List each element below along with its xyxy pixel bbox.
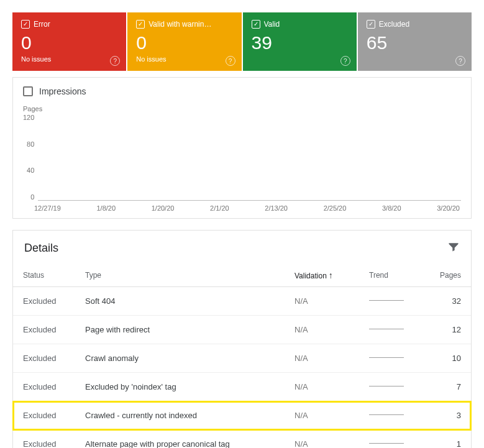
status-card-excluded[interactable]: ✓Excluded65?: [358, 12, 472, 71]
cell-status: Excluded: [13, 430, 75, 449]
cell-validation: N/A: [285, 401, 359, 430]
y-tick: 80: [27, 140, 34, 148]
filter-icon[interactable]: [447, 240, 460, 255]
cell-type: Crawled - currently not indexed: [75, 401, 285, 430]
details-panel: Details Status Type Validation↑ Trend Pa…: [12, 230, 472, 448]
card-label: Excluded: [379, 20, 409, 29]
cell-status: Excluded: [13, 373, 75, 401]
details-heading: Details: [24, 242, 58, 255]
y-axis-title: Pages: [23, 105, 461, 112]
cell-status: Excluded: [13, 287, 75, 316]
check-icon: ✓: [252, 20, 260, 29]
y-tick: 120: [23, 114, 34, 121]
x-tick: 2/25/20: [324, 204, 347, 212]
help-icon[interactable]: ?: [340, 56, 350, 66]
status-card-error[interactable]: ✓Error0No issues?: [12, 12, 126, 71]
cell-pages: 3: [427, 401, 471, 430]
table-row[interactable]: ExcludedCrawl anomalyN/A10: [13, 344, 471, 373]
x-tick: 3/8/20: [382, 204, 401, 212]
cell-trend: [359, 401, 427, 430]
cell-type: Page with redirect: [75, 316, 285, 344]
card-value: 0: [136, 32, 232, 53]
y-tick: 40: [27, 167, 34, 174]
col-trend[interactable]: Trend: [359, 264, 427, 287]
card-sub: No issues: [21, 55, 117, 63]
cell-validation: N/A: [285, 430, 359, 449]
cell-pages: 10: [427, 344, 471, 373]
sparkline-icon: [369, 353, 404, 362]
impressions-toggle[interactable]: Impressions: [23, 86, 461, 96]
cell-pages: 1: [427, 430, 471, 449]
table-row[interactable]: ExcludedPage with redirectN/A12: [13, 316, 471, 344]
cell-trend: [359, 373, 427, 401]
sparkline-icon: [369, 382, 404, 390]
card-sub: No issues: [136, 55, 232, 63]
sort-arrow-icon: ↑: [329, 270, 333, 280]
x-axis: 12/27/191/8/201/20/202/1/202/13/202/25/2…: [23, 204, 461, 212]
card-label: Error: [34, 20, 50, 29]
x-tick: 1/8/20: [96, 204, 116, 212]
cell-status: Excluded: [13, 316, 75, 344]
card-value: 0: [21, 32, 117, 53]
y-axis: 12080400: [23, 114, 38, 201]
cell-type: Soft 404: [75, 287, 285, 316]
cell-trend: [359, 316, 427, 344]
x-tick: 1/20/20: [152, 204, 175, 212]
check-icon: ✓: [367, 20, 375, 29]
check-icon: ✓: [136, 20, 145, 29]
x-tick: 12/27/19: [34, 204, 61, 212]
x-tick: 2/13/20: [265, 204, 288, 212]
cell-type: Crawl anomaly: [75, 344, 285, 373]
card-value: 39: [252, 32, 348, 53]
sparkline-icon: [369, 439, 404, 447]
cell-type: Alternate page with proper canonical tag: [75, 430, 285, 449]
cell-validation: N/A: [285, 316, 359, 344]
details-table: Status Type Validation↑ Trend Pages Excl…: [13, 264, 471, 448]
x-tick: 2/1/20: [210, 204, 229, 212]
cell-status: Excluded: [13, 344, 75, 373]
col-type[interactable]: Type: [75, 264, 285, 287]
sparkline-icon: [369, 324, 404, 333]
status-cards-row: ✓Error0No issues?✓Valid with warnin…0No …: [0, 0, 484, 71]
impressions-label: Impressions: [39, 86, 86, 96]
card-label: Valid with warnin…: [148, 20, 211, 29]
cell-pages: 12: [427, 316, 471, 344]
cell-status: Excluded: [13, 401, 75, 430]
col-pages[interactable]: Pages: [427, 264, 471, 287]
cell-trend: [359, 430, 427, 449]
cell-validation: N/A: [285, 344, 359, 373]
check-icon: ✓: [21, 20, 30, 29]
table-row[interactable]: ExcludedSoft 404N/A32: [13, 287, 471, 316]
cell-pages: 32: [427, 287, 471, 316]
sparkline-icon: [369, 296, 404, 304]
help-icon[interactable]: ?: [226, 56, 235, 66]
x-tick: 3/20/20: [437, 204, 460, 212]
table-row[interactable]: ExcludedExcluded by 'noindex' tagN/A7: [13, 373, 471, 401]
cell-trend: [359, 287, 427, 316]
cell-pages: 7: [427, 373, 471, 401]
y-tick: 0: [30, 193, 34, 201]
status-card-warn[interactable]: ✓Valid with warnin…0No issues?: [127, 12, 241, 71]
cell-validation: N/A: [285, 373, 359, 401]
checkbox-icon[interactable]: [23, 86, 33, 96]
card-value: 65: [367, 32, 463, 53]
sparkline-icon: [369, 410, 404, 419]
col-status[interactable]: Status: [13, 264, 75, 287]
table-row[interactable]: ExcludedAlternate page with proper canon…: [13, 430, 471, 449]
help-icon[interactable]: ?: [455, 56, 465, 66]
cell-validation: N/A: [285, 287, 359, 316]
help-icon[interactable]: ?: [110, 56, 120, 66]
status-card-valid[interactable]: ✓Valid39?: [243, 12, 357, 71]
cell-trend: [359, 344, 427, 373]
table-row[interactable]: ExcludedCrawled - currently not indexedN…: [13, 401, 471, 430]
chart-panel: Impressions Pages 12080400 12/27/191/8/2…: [12, 77, 472, 219]
card-label: Valid: [264, 20, 280, 29]
col-validation[interactable]: Validation↑: [285, 264, 359, 287]
chart-area: [38, 114, 461, 201]
cell-type: Excluded by 'noindex' tag: [75, 373, 285, 401]
